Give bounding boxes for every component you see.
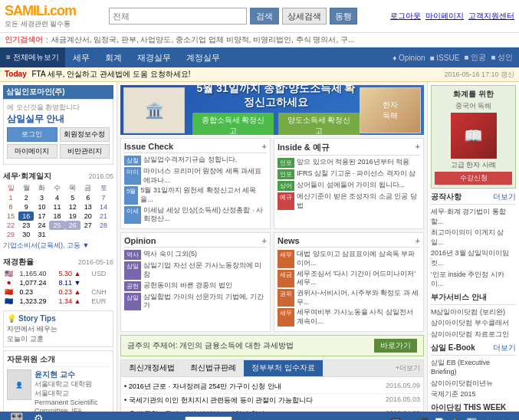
rs-banner-image: 📖 [451, 113, 497, 159]
tab-latest-rule[interactable]: 최신법규판례 [182, 360, 244, 376]
tab-news-item-1: • 2016년 근로 · 자녀장려금 254만 가구이 신청 안내 2016.0… [124, 380, 420, 394]
logout-link[interactable]: 로그아웃 [390, 11, 421, 21]
popular-search: 인기검색어: 새금계산서, 임정국, 판부, 사업양도, 중소기업 업체 비양적… [0, 33, 519, 48]
comprehensive-tax-btn[interactable]: 종합소득세 확정신고 [192, 113, 274, 136]
search-button[interactable]: 검색 [250, 8, 279, 25]
author-text: 윤지현 교수 서울대학교 대학원서울대학교Permanent Scientifi… [34, 369, 98, 412]
accounting-title: 세무·회계일지 [3, 171, 51, 182]
nav-opinion[interactable]: ♦ Opinion [393, 54, 425, 62]
public-item-2: 최고마이의이 이게지 삼일... [431, 228, 516, 247]
company-content: 에 오신것을 환영합니다 삼일실무 안내 로그인 회원정보수정 마이메이지 비만… [3, 99, 113, 165]
right-sidebar: 화계를 위한 중국어 독해 📖 고급 한자 사례 수강신청 공작사항 더보기 세… [427, 82, 519, 412]
company-title[interactable]: 삼일인포마인(주) [3, 85, 113, 99]
issue-item-2: 마이 마이너스 프리미어 원장에 세특 과세표에과나... [124, 167, 267, 185]
calendar-row-1: 1234567 [3, 193, 113, 202]
nav-item-accounting[interactable]: 회계 [97, 48, 130, 67]
author-name: 윤지현 교수 [34, 369, 98, 380]
public-more[interactable]: 더보기 [493, 192, 516, 202]
nav-item-account2[interactable]: 계정실무 [179, 48, 228, 67]
search-input[interactable] [109, 8, 247, 25]
detail-search-button[interactable]: 상세검색 [282, 8, 327, 25]
author-section: 자문위원 소개 👤 윤지현 교수 서울대학교 대학원서울대학교Permanent… [3, 350, 113, 412]
tab-more[interactable]: +더보기 [393, 360, 423, 376]
issue-check-title: Issue Check + [124, 142, 267, 153]
exchange-row: 🇪🇺1,323.291.34 ▲EUR [3, 297, 113, 306]
mypage-link[interactable]: 마이페이지 [425, 11, 464, 21]
opinion-item-3: 공헌 공헌동이의 바른 경중의 법인 [124, 281, 267, 291]
tax-bar: 금주의 주제어: 개인의 금융소득에 대한 과세방법 바로가기 [120, 335, 424, 356]
today-text: FTA 세무, 안실하고 관세법에 도움 요청하세요! [32, 70, 191, 78]
footer-remote-btn[interactable]: 🎛️ 리모컨 [6, 412, 27, 421]
footer-settings-btn[interactable]: ⚙ 설정 [31, 412, 45, 421]
issue-check-plus[interactable]: + [262, 142, 267, 151]
nav-item-finance[interactable]: 재경실무 [130, 48, 179, 67]
ebook-more[interactable]: 더보기 [493, 343, 516, 353]
tab-header: 최신개정세법 최신법규판례 정부부처 입수자료 +더보기 [121, 360, 423, 377]
tab-news-item-2: • 국세기관의 이인 헌치지시 관련등에 등이 관절이 가능합니다 2016.0… [124, 394, 420, 408]
story-tips-title: 💡 Story Tips [7, 314, 110, 323]
transfer-tax-btn[interactable]: 양도소득세 확정신고 [278, 113, 360, 136]
tab-area: 최신개정세법 최신법규판례 정부부처 입수자료 +더보기 • 2016년 근로 … [120, 359, 424, 412]
footer-center: 법인세법 조이 [185, 416, 251, 420]
news-item-4: 세무 세무여비부 가사노동을 사직 삼일전서 계속이... [278, 308, 420, 326]
news-item-1: 세무 대법 양도이고 삼표표이에 삼속독 부파이어... [278, 250, 420, 267]
calendar-link[interactable]: 기업소비서(교육세), 고등 ▼ [3, 241, 113, 251]
company-name: 삼일실무 안내 [7, 113, 110, 126]
issue-item-4: 이세 이세남 세상 인상(소득세) 산정총합 · 사회정산... [124, 206, 267, 224]
footer: 🎛️ 리모컨 ⚙ 설정 법인세법 조이 🔲 ▶ ⬛ 📄 🏃 🔄 바로가기 [0, 412, 519, 420]
service-title: 부가서비스 안내 [431, 292, 516, 305]
tax-bar-button[interactable]: 바로가기 [374, 339, 417, 353]
tab-government-data[interactable]: 정부부처 입수자료 [244, 360, 323, 376]
opinion-news-grid: Opinion + 역사 역사 숙이 그외(5) 삼일 삼일기업 자선 선문 가… [120, 232, 424, 332]
story-tips-text: 자연에서 배우는오늘이 교훈 [7, 324, 110, 343]
customer-link[interactable]: 고객지원센터 [468, 11, 514, 21]
opinion-title: Opinion + [124, 236, 267, 248]
opinion-box: Opinion + 역사 역사 숙이 그외(5) 삼일 삼일기업 자선 선문 가… [120, 232, 271, 332]
news-plus[interactable]: + [416, 236, 420, 245]
accounting-header: 세무·회계일지 2016.05 [3, 169, 113, 183]
login-btn[interactable]: 로그인 [7, 127, 57, 142]
inside-item-1: 인포 앞으 있으어 적용된 2016년부터 적용 [278, 158, 420, 168]
rs-banner-btn[interactable]: 수강신청 [435, 172, 512, 185]
nav-issue[interactable]: ■ ISSUE [430, 54, 460, 62]
service-item-2: 삼이아이닷컴 부수클래서 [431, 318, 516, 328]
issue-item-1: 삼칠 삼일업수격저기규습 정합니다. [124, 156, 267, 166]
banner-buttons: 종합소득세 확정신고 양도소득세 확정신고 [192, 113, 360, 136]
popular-label: 인기검색어 [5, 34, 43, 45]
all-menu-button[interactable]: ≡ 전체메뉴보기 [0, 48, 65, 67]
public-title: 공작사항 더보기 [431, 192, 516, 205]
inside-box: Inside & 예규 + 인포 앞으 있으어 적용된 2016년부터 적용 인… [274, 138, 424, 229]
ebook-title: 삼일 E-Book 더보기 [431, 343, 516, 356]
alert-button[interactable]: 동행 [330, 8, 357, 25]
footer-select[interactable]: 법인세법 [185, 416, 232, 420]
popular-items: 새금계산서, 임정국, 판부, 사업양도, 중소기업 업체 비양적, 비영리법인… [51, 34, 355, 45]
issue-check-box: Issue Check + 삼칠 삼일업수격저기규습 정합니다. 마이 마이너스… [120, 138, 271, 229]
exchange-row: 🇺🇸1,165.405.30 ▲USD [3, 269, 113, 278]
header-links: 로그아웃 마이페이지 고객지원센터 [390, 11, 514, 21]
calendar: 일 월 화 수 목 금 토 1234567 891011121314 15161… [3, 183, 113, 239]
nav-icon2[interactable]: ■ 성인 [491, 52, 513, 63]
calendar-row-3: 15161718192021 [3, 212, 113, 221]
extra-btn[interactable]: 비만관리지 [60, 144, 110, 159]
news-box: News + 세무 대법 양도이고 삼표표이에 삼속독 부파이어... 세금 세… [274, 232, 424, 332]
calendar-row-5: 293031 [3, 230, 113, 239]
company-section: 삼일인포마인(주) 에 오신것을 환영합니다 삼일실무 안내 로그인 회원정보수… [3, 85, 113, 165]
nav-item-tax[interactable]: 세무 [65, 48, 97, 67]
member-info-btn[interactable]: 회원정보수정 [60, 127, 110, 142]
inside-plus[interactable]: + [416, 142, 420, 153]
calendar-header: 일 월 화 수 목 금 토 [3, 183, 113, 193]
mypage-btn[interactable]: 마이메이지 [7, 144, 57, 159]
inside-item-3: 상어 상어들이 섬에들어 가이의 됩니다... [278, 181, 420, 191]
tab-latest-law[interactable]: 최신개정세법 [121, 360, 182, 376]
exchange-section: 재경환율 2016-05-16 🇺🇸1,165.405.30 ▲USD 🇯🇵1,… [3, 255, 113, 306]
opinion-plus[interactable]: + [262, 236, 267, 245]
author-photo: 👤 [7, 369, 31, 400]
nav-right: ♦ Opinion ■ ISSUE ■ 인공 ■ 성인 [393, 52, 519, 63]
rs-banner-detail: 고급 한자 사례 [435, 160, 512, 170]
author-info: 👤 윤지현 교수 서울대학교 대학원서울대학교Permanent Scienti… [7, 369, 110, 412]
service-item-1: M삼일아이닷컴 (보리완) [431, 307, 516, 317]
service-item-3: 삼이아이닷컴 자료로그인 [431, 330, 516, 340]
nav-icon1[interactable]: ■ 인공 [464, 52, 486, 63]
banner-side-ad: 한자독해 [360, 87, 421, 133]
nav-items: 세무 회계 재경실무 계정실무 [65, 48, 228, 67]
